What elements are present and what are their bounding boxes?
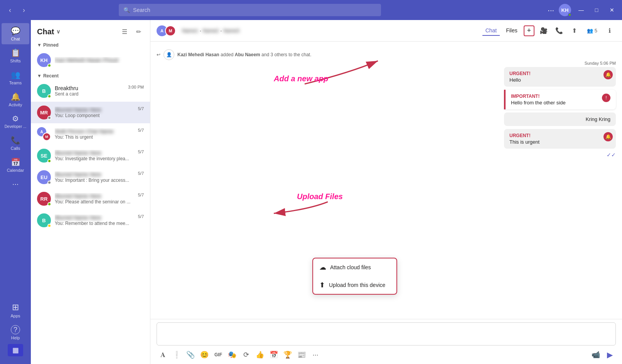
sidebar-item-apps[interactable]: ⊞ Apps <box>2 299 29 321</box>
chat-preview: You: Please attend the seminar on ... <box>55 199 134 205</box>
video-inline-button[interactable]: 📹 <box>590 349 602 361</box>
chat-info-button[interactable]: ℹ <box>603 25 616 37</box>
chevron-down-icon: ∨ <box>56 29 60 35</box>
list-item[interactable]: B Breakthru Sent a card 3:00 PM <box>31 80 150 102</box>
list-item[interactable]: A M Multi Person Chat Name You: This is … <box>31 123 150 145</box>
titlebar: ‹ › 🔍 ··· KH — □ ✕ <box>0 0 622 20</box>
video-call-button[interactable]: 🎥 <box>538 25 550 37</box>
importance-button[interactable]: ❕ <box>170 349 183 361</box>
sidebar-item-calls[interactable]: 📞 Calls <box>2 133 29 154</box>
praise-button[interactable]: 🏆 <box>282 349 294 361</box>
chat-icon: 💬 <box>11 26 20 35</box>
titlebar-right: ··· KH — □ ✕ <box>548 4 617 16</box>
important-icon: ! <box>602 94 610 102</box>
sidebar-item-teams[interactable]: 👥 Teams <box>2 67 29 88</box>
cloud-icon: ☁ <box>319 263 326 272</box>
attach-button[interactable]: 📎 <box>184 349 197 361</box>
urgent-bell-icon: 🔔 <box>603 132 613 141</box>
recent-section-header[interactable]: ▼ Recent <box>31 71 150 80</box>
avatar: B <box>37 84 51 98</box>
participants-button[interactable]: 👥 5 <box>584 25 600 37</box>
list-item[interactable]: B Blurred Name Here You: Remember to att… <box>31 210 150 231</box>
chat-time: 5/7 <box>138 106 144 111</box>
sidebar-item-chat[interactable]: 💬 Chat <box>2 23 29 44</box>
sidebar-item-help[interactable]: ? Help <box>2 322 29 343</box>
pinned-section-header[interactable]: ▼ Pinned <box>31 40 150 49</box>
schedule-button[interactable]: 📅 <box>268 349 280 361</box>
feed-button[interactable]: 📰 <box>295 349 308 361</box>
sticker-button[interactable]: 🎭 <box>226 349 238 361</box>
system-icon: ↩ <box>157 52 160 57</box>
format-text-button[interactable]: 𝐀 <box>157 349 169 361</box>
avatar: KH <box>37 53 51 67</box>
status-indicator <box>47 116 51 120</box>
attach-cloud-button[interactable]: ☁ Attach cloud files <box>313 258 396 276</box>
status-indicator <box>47 224 51 228</box>
add-tab-button[interactable]: + <box>524 25 534 36</box>
avatar: A M <box>37 127 51 141</box>
device-toggle-button[interactable]: ▦ <box>8 344 23 356</box>
message-input[interactable] <box>157 322 616 346</box>
audio-call-button[interactable]: 📞 <box>553 25 565 37</box>
chat-panel: Chat ∨ ☰ ✏ ▼ Pinned KH Kazi Mehedi Hasan… <box>31 20 150 364</box>
chat-time: 5/7 <box>138 128 144 133</box>
send-button[interactable]: ▶ <box>603 349 616 361</box>
minimize-button[interactable]: — <box>576 5 587 15</box>
device-icon-symbol: ▦ <box>12 346 19 354</box>
sidebar-item-more[interactable]: ··· <box>2 176 29 193</box>
message-text: Hello <box>509 77 610 83</box>
chat-name: Blurred Name Here <box>55 171 134 178</box>
more-tools-button[interactable]: ··· <box>309 349 322 361</box>
status-indicator <box>47 94 51 98</box>
emoji-button[interactable]: 😊 <box>198 349 211 361</box>
search-input[interactable] <box>133 7 376 13</box>
list-item[interactable]: EU Blurred Name Here You: Important : Br… <box>31 166 150 188</box>
chat-time: 5/7 <box>138 171 144 176</box>
maximize-button[interactable]: □ <box>591 5 602 15</box>
chat-info: Blurred Name Here You: Please attend the… <box>55 193 134 205</box>
status-indicator <box>47 202 51 206</box>
apps-icon: ⊞ <box>12 302 19 312</box>
filter-button[interactable]: ☰ <box>119 26 130 37</box>
sidebar-item-activity[interactable]: 🔔 Activity <box>2 89 29 110</box>
message-item: 🔔 URGENT! This is urgent ✓✓ <box>504 129 616 158</box>
urgent-message-2: 🔔 URGENT! This is urgent <box>504 129 616 149</box>
pinned-chat-item[interactable]: KH Kazi Mehedi Hasan Fhsud <box>31 49 150 71</box>
back-button[interactable]: ‹ <box>5 5 15 15</box>
loop-button[interactable]: ⟳ <box>240 349 252 361</box>
more-options-button[interactable]: ··· <box>548 6 554 15</box>
chat-info: Blurred Name Here You: Important : Bring… <box>55 171 134 183</box>
upload-device-button[interactable]: ⬆ Upload from this device <box>313 276 396 294</box>
sidebar-item-calendar[interactable]: 📅 Calendar <box>2 154 29 176</box>
developer-icon: ⚙ <box>12 114 19 123</box>
list-item[interactable]: MR Blurred Name Here You: Loop component… <box>31 102 150 123</box>
urgent-message: 🔔 URGENT! Hello <box>504 67 616 87</box>
chat-panel-title[interactable]: Chat ∨ <box>37 27 60 36</box>
chat-header-names: Name1 · Name2 · Name3 <box>182 28 479 34</box>
share-screen-button[interactable]: ⬆ <box>568 25 581 37</box>
teams-icon: 👥 <box>11 70 20 79</box>
chat-header-right: 🎥 📞 ⬆ 👥 5 ℹ <box>538 25 616 37</box>
message-toolbar: 𝐀 ❕ 📎 😊 GIF 🎭 ⟳ 👍 📅 🏆 📰 ··· 📹 ▶ <box>157 349 616 361</box>
chat-info: Breakthru Sent a card <box>55 85 124 97</box>
gif-button[interactable]: GIF <box>212 349 224 361</box>
chat-header-avatars: A M <box>157 25 176 36</box>
tab-files[interactable]: Files <box>503 26 521 36</box>
sidebar-item-developer[interactable]: ⚙ Developer ... <box>2 111 29 132</box>
search-bar[interactable]: 🔍 <box>119 4 381 16</box>
sidebar-item-shifts[interactable]: 📋 Shifts <box>2 45 29 66</box>
like-button[interactable]: 👍 <box>254 349 266 361</box>
input-area: 𝐀 ❕ 📎 😊 GIF 🎭 ⟳ 👍 📅 🏆 📰 ··· 📹 ▶ <box>150 319 622 364</box>
user-avatar[interactable]: KH <box>559 4 571 16</box>
chat-time: 5/7 <box>138 193 144 197</box>
chat-preview: You: Loop component <box>55 113 134 118</box>
close-button[interactable]: ✕ <box>607 5 617 15</box>
upload-dropdown: ☁ Attach cloud files ⬆ Upload from this … <box>312 258 397 295</box>
new-chat-button[interactable]: ✏ <box>133 26 144 37</box>
message-text: This is urgent <box>509 139 610 145</box>
list-item[interactable]: RR Blurred Name Here You: Please attend … <box>31 188 150 210</box>
list-item[interactable]: SE Blurred Name Here You: Investigate th… <box>31 145 150 166</box>
forward-button[interactable]: › <box>19 5 29 15</box>
window-nav: ‹ › <box>5 5 29 15</box>
tab-chat[interactable]: Chat <box>482 26 500 36</box>
